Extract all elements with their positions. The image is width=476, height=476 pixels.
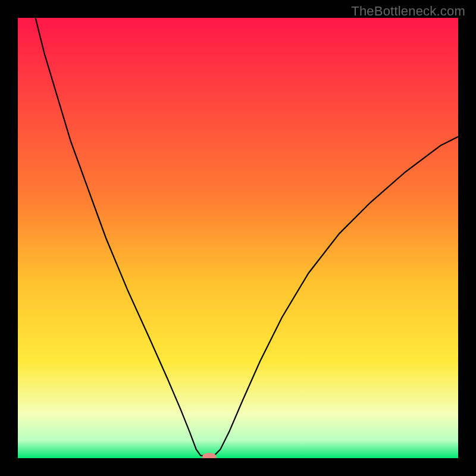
gradient-background [18, 18, 458, 458]
chart-svg [18, 18, 458, 458]
chart-frame: TheBottleneck.com [0, 0, 476, 476]
watermark-text: TheBottleneck.com [351, 4, 465, 19]
